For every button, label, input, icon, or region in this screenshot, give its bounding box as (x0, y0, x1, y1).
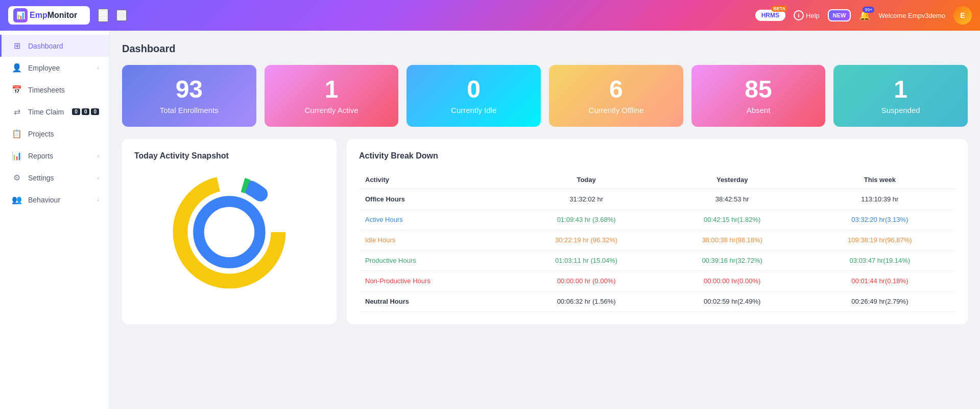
snapshot-card: Today Activity Snapshot (122, 139, 337, 324)
sidebar-item-label: Projects (28, 130, 54, 138)
week-cell: 00:01:44 hr(0.18%) (804, 271, 955, 291)
stat-number: 0 (467, 77, 481, 102)
notif-badge: 99+ (863, 7, 874, 13)
week-cell: 113:10:39 hr (804, 189, 955, 210)
timesheets-icon: 📅 (12, 85, 22, 95)
stat-card-active[interactable]: 1 Currently Active (265, 65, 399, 127)
welcome-text: Welcome Empv3demo (878, 12, 945, 19)
stat-number: 6 (609, 77, 623, 102)
today-cell: 00:00:00 hr (0.00%) (513, 271, 660, 291)
today-cell: 01:09:43 hr (3.68%) (513, 210, 660, 230)
sidebar-item-label: Time Claim (28, 108, 64, 116)
sidebar-item-time-claim[interactable]: ⇄ Time Claim 0 0 0 (0, 101, 109, 123)
expand-button[interactable]: ⛶ (116, 10, 127, 21)
table-header-row: Activity Today Yesterday This week (359, 171, 955, 189)
activity-cell: Productive Hours (359, 251, 513, 271)
settings-icon: ⚙ (12, 173, 22, 183)
sidebar-item-label: Behaviour (28, 196, 60, 204)
chevron-icon: ‹ (97, 153, 99, 159)
donut-chart (168, 171, 291, 293)
stat-number: 85 (745, 77, 772, 102)
sidebar-item-label: Reports (28, 152, 53, 160)
yesterday-cell: 00:42:15 hr(1.82%) (660, 210, 804, 230)
table-row: Active Hours 01:09:43 hr (3.68%) 00:42:1… (359, 210, 955, 230)
week-cell: 03:03:47 hr(19.14%) (804, 251, 955, 271)
sidebar-item-timesheets[interactable]: 📅 Timesheets (0, 79, 109, 101)
sidebar-item-reports[interactable]: 📊 Reports ‹ (0, 145, 109, 167)
hamburger-button[interactable]: ☰ (98, 9, 108, 22)
yesterday-cell: 00:39:16 hr(32.72%) (660, 251, 804, 271)
col-this-week: This week (804, 171, 955, 189)
main-layout: ⊞ Dashboard 👤 Employee ‹ 📅 Timesheets ⇄ … (0, 31, 980, 409)
stat-label: Total Enrollments (160, 106, 219, 115)
chevron-icon: ‹ (97, 175, 99, 181)
stat-card-idle[interactable]: 0 Currently Idle (407, 65, 541, 127)
sidebar-item-label: Employee (28, 64, 60, 72)
today-cell: 00:06:32 hr (1.56%) (513, 291, 660, 312)
table-row: Idle Hours 30:22:19 hr (96.32%) 38:00:38… (359, 230, 955, 251)
table-row: Non-Productive Hours 00:00:00 hr (0.00%)… (359, 271, 955, 291)
yesterday-cell: 00:00:00 hr(0.00%) (660, 271, 804, 291)
stat-card-enrollments[interactable]: 93 Total Enrollments (122, 65, 256, 127)
activity-cell: Active Hours (359, 210, 513, 230)
yesterday-cell: 38:42:53 hr (660, 189, 804, 210)
snapshot-title: Today Activity Snapshot (134, 151, 229, 161)
stat-label: Currently Offline (588, 106, 643, 115)
today-cell: 31:32:02 hr (513, 189, 660, 210)
breakdown-card: Activity Break Down Activity Today Yeste… (347, 139, 968, 324)
tc-badge-1: 0 (72, 108, 80, 115)
week-cell: 109:38:19 hr(96.87%) (804, 230, 955, 251)
projects-icon: 📋 (12, 129, 22, 139)
page-title: Dashboard (122, 43, 968, 55)
today-cell: 01:03:11 hr (15.04%) (513, 251, 660, 271)
stats-row: 93 Total Enrollments 1 Currently Active … (122, 65, 968, 127)
new-button[interactable]: NEW (828, 9, 851, 21)
chevron-icon: ‹ (97, 65, 99, 71)
stat-number: 93 (176, 77, 203, 102)
chevron-icon: ‹ (97, 197, 99, 203)
sidebar-item-projects[interactable]: 📋 Projects (0, 123, 109, 145)
tc-badge-2: 0 (82, 108, 90, 115)
sidebar-item-dashboard[interactable]: ⊞ Dashboard (0, 35, 109, 57)
table-row: Productive Hours 01:03:11 hr (15.04%) 00… (359, 251, 955, 271)
time-claim-icon: ⇄ (12, 107, 22, 117)
col-yesterday: Yesterday (660, 171, 804, 189)
help-button[interactable]: i Help (794, 10, 820, 20)
sidebar-item-label: Dashboard (28, 42, 63, 50)
employee-icon: 👤 (12, 63, 22, 73)
hrms-button[interactable]: HRMS BETA (755, 10, 785, 21)
sidebar-item-behaviour[interactable]: 👥 Behaviour ‹ (0, 189, 109, 211)
col-today: Today (513, 171, 660, 189)
sidebar: ⊞ Dashboard 👤 Employee ‹ 📅 Timesheets ⇄ … (0, 31, 110, 409)
sidebar-item-settings[interactable]: ⚙ Settings ‹ (0, 167, 109, 189)
stat-card-suspended[interactable]: 1 Suspended (833, 65, 968, 127)
dashboard-icon: ⊞ (12, 41, 22, 51)
header: 📊 EmpMonitor ☰ ⛶ HRMS BETA i Help NEW 🔔 … (0, 0, 980, 31)
stat-label: Currently Idle (451, 106, 496, 115)
stat-card-offline[interactable]: 6 Currently Offline (549, 65, 683, 127)
sidebar-item-label: Timesheets (28, 86, 65, 94)
stat-label: Absent (747, 106, 771, 115)
stat-card-absent[interactable]: 85 Absent (691, 65, 826, 127)
activity-cell: Idle Hours (359, 230, 513, 251)
logo-icon: 📊 (13, 8, 28, 22)
notifications-button[interactable]: 🔔 99+ (859, 10, 870, 21)
header-actions: HRMS BETA i Help NEW 🔔 99+ Welcome Empv3… (755, 6, 972, 25)
activity-cell: Neutral Hours (359, 291, 513, 312)
week-cell: 03:32:20 hr(3.13%) (804, 210, 955, 230)
yesterday-cell: 00:02:59 hr(2.49%) (660, 291, 804, 312)
sidebar-item-label: Settings (28, 174, 54, 182)
col-activity: Activity (359, 171, 513, 189)
activity-cell: Office Hours (359, 189, 513, 210)
logo-emp: Emp (30, 11, 47, 19)
bottom-section: Today Activity Snapshot (122, 139, 968, 324)
main-content: Dashboard 93 Total Enrollments 1 Current… (110, 31, 980, 409)
table-row: Office Hours 31:32:02 hr 38:42:53 hr 113… (359, 189, 955, 210)
sidebar-item-employee[interactable]: 👤 Employee ‹ (0, 57, 109, 79)
breakdown-title: Activity Break Down (359, 151, 955, 161)
avatar[interactable]: E (953, 6, 972, 25)
help-icon: i (794, 10, 804, 20)
donut-center (206, 209, 252, 255)
stat-number: 1 (325, 77, 339, 102)
today-cell: 30:22:19 hr (96.32%) (513, 230, 660, 251)
